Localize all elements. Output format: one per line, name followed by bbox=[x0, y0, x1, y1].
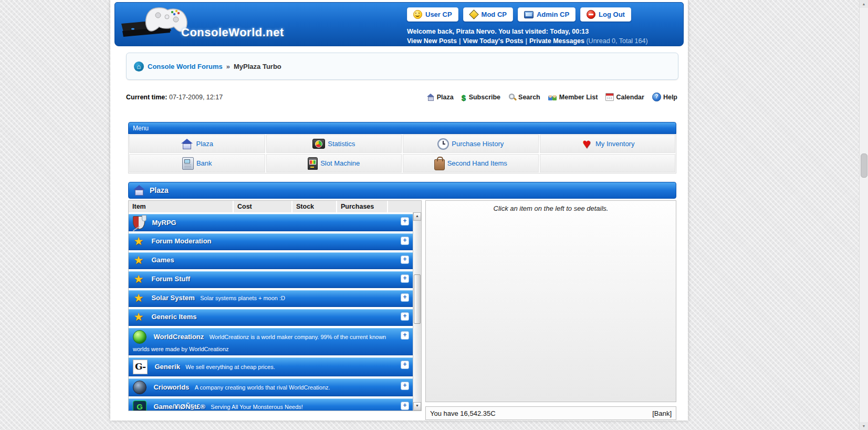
menu-item-bank[interactable]: Bank bbox=[129, 154, 265, 172]
item-row-solar-system[interactable]: Solar System Solar systems planets + moo… bbox=[129, 290, 413, 307]
column-stock: Stock bbox=[291, 201, 336, 212]
items-scrollbar bbox=[413, 212, 421, 411]
toolbar-plaza-link[interactable]: Plaza bbox=[426, 93, 454, 101]
menu-purchase-history-label: Purchase History bbox=[452, 140, 504, 148]
item-row-generic-items[interactable]: Generic Items + bbox=[129, 309, 413, 326]
menu-plaza-label: Plaza bbox=[196, 140, 213, 148]
cash-register-icon bbox=[182, 157, 194, 170]
star-icon bbox=[133, 273, 144, 285]
expand-button[interactable]: + bbox=[401, 217, 409, 226]
toolbar-calendar-label: Calendar bbox=[616, 94, 644, 101]
shield-flask-icon bbox=[133, 216, 145, 229]
menu-title: Menu bbox=[133, 125, 149, 132]
user-cp-button[interactable]: User CP bbox=[407, 7, 458, 22]
menu-section: Menu Plaza Statistics Purchase History M… bbox=[128, 122, 676, 173]
item-name: MyRPG bbox=[152, 219, 176, 227]
dark-planet-icon bbox=[133, 381, 147, 394]
menu-grid: Plaza Statistics Purchase History My Inv… bbox=[128, 134, 676, 173]
menu-item-purchase-history[interactable]: Purchase History bbox=[403, 135, 539, 153]
toolbar-calendar-link[interactable]: Calendar bbox=[605, 93, 644, 101]
item-row-forum-stuff[interactable]: Forum Stuff + bbox=[129, 271, 413, 288]
breadcrumb-root-link[interactable]: Console World Forums bbox=[148, 63, 223, 70]
expand-button[interactable]: + bbox=[401, 293, 409, 302]
home-icon[interactable] bbox=[134, 62, 144, 71]
expand-button[interactable]: + bbox=[401, 382, 409, 390]
toolbar-search-label: Search bbox=[518, 94, 540, 101]
header-banner: ConsoleWorld.net User CP Mod CP Admin CP bbox=[114, 2, 684, 46]
browser-scrollbar[interactable] bbox=[859, 0, 868, 430]
mod-cp-button[interactable]: Mod CP bbox=[463, 7, 513, 22]
plaza-section-header: Plaza bbox=[128, 182, 676, 199]
link-separator: | bbox=[526, 37, 528, 45]
expand-button[interactable]: + bbox=[401, 402, 409, 410]
private-messages-link[interactable]: Private Messages bbox=[529, 37, 584, 45]
menu-item-slot-machine[interactable]: Slot Machine bbox=[266, 154, 402, 172]
plaza-section: Plaza Item Cost Stock Purchases MyRPG bbox=[128, 182, 676, 420]
balance-text: You have 16,542.35C bbox=[430, 409, 496, 417]
item-desc: Solar systems planets + moon :D bbox=[200, 295, 285, 301]
item-row-games[interactable]: Games + bbox=[129, 252, 413, 269]
expand-button[interactable]: + bbox=[401, 274, 409, 283]
toolbar-subscribe-link[interactable]: Subscribe bbox=[462, 93, 500, 101]
smiley-icon bbox=[413, 10, 422, 19]
toolbar-search-link[interactable]: Search bbox=[508, 93, 540, 101]
star-icon bbox=[133, 311, 144, 323]
menu-item-plaza[interactable]: Plaza bbox=[129, 135, 265, 153]
item-row-worldcreationz[interactable]: WorldCreationz WorldCreationz is a world… bbox=[129, 328, 413, 355]
star-icon bbox=[133, 236, 144, 247]
menu-item-second-hand-items[interactable]: Second Hand Items bbox=[403, 154, 539, 172]
log-out-button[interactable]: Log Out bbox=[580, 7, 631, 22]
item-row-forum-moderation[interactable]: Forum Moderation + bbox=[129, 233, 413, 250]
scrollbar-thumb[interactable] bbox=[414, 274, 421, 324]
toolbar-help-label: Help bbox=[663, 94, 677, 101]
items-table: Item Cost Stock Purchases MyRPG + bbox=[128, 200, 422, 411]
item-name: Solar System bbox=[151, 294, 194, 302]
browser-scrollbar-thumb[interactable] bbox=[861, 153, 867, 178]
breadcrumb: Console World Forums » MyPlaza Turbo bbox=[126, 53, 678, 80]
mod-cp-label: Mod CP bbox=[482, 11, 507, 18]
current-time: Current time: 07-17-2009, 12:17 bbox=[126, 94, 223, 101]
view-todays-posts-link[interactable]: View Today's Posts bbox=[463, 37, 523, 45]
items-table-header: Item Cost Stock Purchases bbox=[129, 201, 421, 212]
menu-item-statistics[interactable]: Statistics bbox=[266, 135, 402, 153]
dollar-icon bbox=[462, 93, 467, 101]
scroll-up-button[interactable] bbox=[413, 212, 421, 221]
expand-button[interactable]: + bbox=[401, 361, 409, 369]
green-globe-icon bbox=[133, 330, 147, 344]
expand-button[interactable]: + bbox=[401, 237, 409, 245]
expand-button[interactable]: + bbox=[401, 255, 409, 264]
expand-button[interactable]: + bbox=[401, 331, 409, 340]
menu-my-inventory-label: My Inventory bbox=[595, 140, 634, 148]
item-row-myrpg[interactable]: MyRPG + bbox=[129, 214, 413, 231]
expand-button[interactable]: + bbox=[401, 312, 409, 321]
admin-cp-label: Admin CP bbox=[537, 11, 569, 18]
column-spacer bbox=[387, 201, 421, 212]
item-desc: We sell everything at cheap prices. bbox=[185, 364, 275, 370]
page-wrapper: ConsoleWorld.net User CP Mod CP Admin CP bbox=[110, 0, 688, 421]
bank-link[interactable]: [Bank] bbox=[652, 409, 672, 417]
item-row-crioworlds[interactable]: Crioworlds A company creating worlds tha… bbox=[129, 378, 413, 396]
menu-second-hand-label: Second Hand Items bbox=[447, 159, 507, 167]
view-new-posts-link[interactable]: View New Posts bbox=[407, 37, 457, 45]
toolbar-member-list-link[interactable]: Member List bbox=[548, 93, 598, 101]
calendar-icon bbox=[605, 93, 614, 101]
browser-scroll-up-arrow[interactable] bbox=[860, 0, 868, 8]
menu-statistics-label: Statistics bbox=[328, 140, 355, 148]
menu-item-my-inventory[interactable]: My Inventory bbox=[540, 135, 676, 153]
cp-button-row: User CP Mod CP Admin CP Log Out bbox=[407, 7, 648, 22]
item-row-gamemonster[interactable]: Game/¥\ØÑ§t£® Serving All Your Monsterou… bbox=[129, 398, 413, 411]
pm-summary: (Unread 0, Total 164) bbox=[586, 37, 647, 45]
plaza-house-icon bbox=[426, 94, 435, 101]
log-out-label: Log Out bbox=[599, 11, 625, 18]
browser-scroll-down-arrow[interactable] bbox=[860, 422, 868, 430]
details-column: Click an item on the left to see details… bbox=[425, 200, 676, 420]
toolbar-help-link[interactable]: Help bbox=[652, 93, 677, 101]
item-name: WorldCreationz bbox=[153, 333, 204, 341]
column-purchases: Purchases bbox=[336, 201, 387, 212]
shopping-bag-icon bbox=[434, 159, 445, 170]
scroll-down-button[interactable] bbox=[413, 402, 421, 411]
item-row-generik[interactable]: Generik We sell everything at cheap pric… bbox=[129, 357, 413, 376]
welcome-text: Welcome back, Pirata Nervo. You last vis… bbox=[407, 28, 648, 35]
admin-cp-button[interactable]: Admin CP bbox=[518, 7, 576, 22]
item-name: Crioworlds bbox=[153, 383, 189, 391]
